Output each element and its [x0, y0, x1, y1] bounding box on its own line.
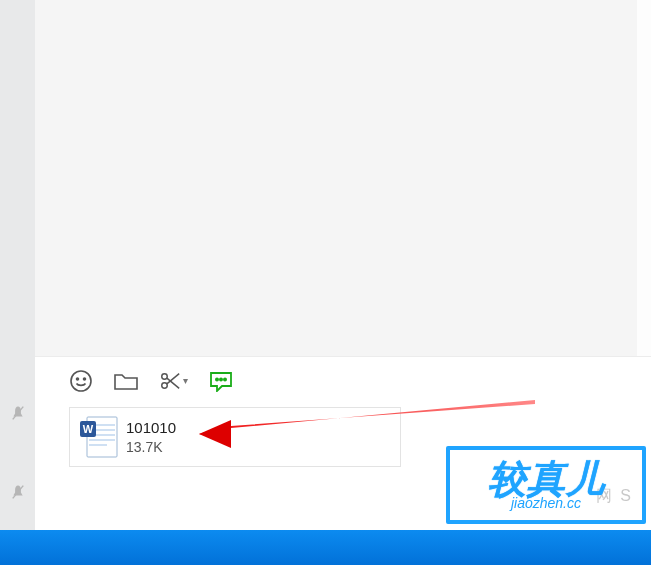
scissors-icon — [159, 370, 181, 392]
svg-rect-14 — [89, 439, 115, 441]
input-toolbar: ▾ — [35, 356, 651, 404]
mute-icon — [11, 405, 25, 425]
chevron-down-icon: ▾ — [183, 375, 188, 386]
contacts-sidebar — [0, 0, 35, 530]
chat-history-icon — [208, 370, 234, 392]
file-meta: 101010 13.7K — [126, 418, 176, 456]
folder-icon — [113, 370, 139, 392]
svg-rect-15 — [89, 444, 107, 446]
message-input-area[interactable]: W 101010 13.7K — [35, 404, 651, 530]
windows-taskbar[interactable] — [0, 530, 651, 565]
screenshot-button[interactable]: ▾ — [159, 370, 188, 392]
svg-point-8 — [220, 378, 222, 380]
chat-history-button[interactable] — [208, 370, 234, 392]
svg-point-2 — [71, 371, 91, 391]
svg-point-5 — [162, 373, 168, 379]
message-scroll-area[interactable] — [35, 0, 651, 356]
scrollbar[interactable] — [637, 0, 651, 356]
svg-point-7 — [216, 378, 218, 380]
mute-icon — [11, 484, 25, 504]
svg-point-9 — [224, 378, 226, 380]
file-attachment[interactable]: W 101010 13.7K — [69, 407, 401, 467]
svg-text:W: W — [83, 423, 94, 435]
chat-panel: ▾ W 101010 13.7K — [35, 0, 651, 530]
word-doc-icon: W — [80, 416, 118, 458]
file-size: 13.7K — [126, 438, 176, 456]
emoji-button[interactable] — [69, 369, 93, 393]
file-name: 101010 — [126, 418, 176, 438]
emoji-icon — [69, 369, 93, 393]
svg-point-6 — [162, 382, 168, 388]
svg-point-4 — [84, 378, 86, 380]
send-file-button[interactable] — [113, 370, 139, 392]
svg-point-3 — [77, 378, 79, 380]
